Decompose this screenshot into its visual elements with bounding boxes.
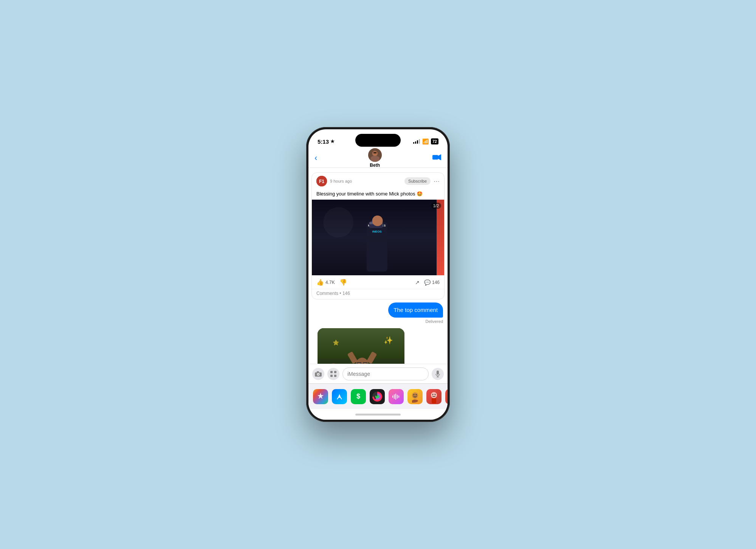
home-bar xyxy=(355,414,401,416)
time-display: 5:13 xyxy=(318,138,329,145)
outgoing-message-row: The top comment xyxy=(308,301,448,319)
svg-line-22 xyxy=(340,397,342,399)
svg-point-29 xyxy=(414,394,415,395)
app-icon-appstore[interactable] xyxy=(332,389,347,404)
card-image: MERCEDES INEOS 1/2 xyxy=(312,200,444,275)
delivered-status: Delivered xyxy=(308,319,448,325)
thumbsup-icon: 👍 xyxy=(316,279,324,286)
nav-contact[interactable]: Beth xyxy=(368,148,382,168)
thumbsdown-icon[interactable]: 👎 xyxy=(339,279,347,286)
card-time: 9 hours ago xyxy=(330,179,401,183)
battery-level: 72 xyxy=(432,139,437,144)
svg-rect-13 xyxy=(330,371,333,373)
card-footer: Comments • 146 xyxy=(312,289,444,299)
contact-name: Beth xyxy=(370,163,380,168)
status-icons: 📶 72 xyxy=(413,138,438,144)
share-icon[interactable]: ↗ xyxy=(415,279,420,285)
comment-icon: 💬 xyxy=(424,279,431,285)
svg-point-28 xyxy=(412,392,418,399)
gif-person-bg xyxy=(329,363,338,364)
driver-arms xyxy=(362,236,385,243)
svg-point-31 xyxy=(431,392,437,398)
svg-point-11 xyxy=(318,374,319,375)
gif-person-main xyxy=(355,358,369,364)
apps-button[interactable] xyxy=(327,368,339,380)
wifi-icon: 📶 xyxy=(422,138,429,144)
comments-count: 146 xyxy=(432,280,440,285)
shared-content-card: F1 9 hours ago Subscribe ⋯ Blessing your… xyxy=(311,172,445,299)
svg-point-2 xyxy=(370,156,380,162)
svg-rect-23 xyxy=(392,395,393,398)
signal-strength xyxy=(413,139,420,144)
svg-rect-5 xyxy=(432,155,438,160)
app-icon-cash[interactable]: $ xyxy=(351,389,366,404)
svg-rect-15 xyxy=(330,375,333,377)
battery-indicator: 72 xyxy=(431,138,438,144)
dynamic-island xyxy=(355,134,401,147)
card-meta: 9 hours ago xyxy=(330,179,401,183)
svg-rect-24 xyxy=(394,394,395,399)
microphone-button[interactable] xyxy=(432,368,444,380)
app-icon-activity[interactable] xyxy=(370,389,385,404)
home-indicator xyxy=(308,409,448,420)
driver-head xyxy=(372,216,383,226)
screen-content: ‹ Beth xyxy=(308,148,448,420)
app-icon-search[interactable] xyxy=(445,389,448,404)
svg-rect-16 xyxy=(334,375,336,377)
gif-image: ✨ ⭐ xyxy=(318,328,404,364)
signal-bar-1 xyxy=(413,142,414,144)
svg-text:F1: F1 xyxy=(319,179,324,184)
outgoing-bubble: The top comment xyxy=(388,302,443,318)
back-button[interactable]: ‹ xyxy=(314,153,317,163)
signal-bar-2 xyxy=(415,141,416,144)
card-description: Blessing your timeline with some Mick ph… xyxy=(312,189,444,200)
svg-point-33 xyxy=(435,394,436,395)
phone-frame: 5:13 ★ 📶 72 ‹ xyxy=(306,127,450,422)
more-options-icon[interactable]: ⋯ xyxy=(434,178,440,185)
svg-rect-26 xyxy=(397,395,398,399)
camera-button[interactable] xyxy=(312,368,324,380)
message-input[interactable] xyxy=(342,368,429,380)
svg-marker-6 xyxy=(438,154,441,160)
card-channel-avatar: F1 xyxy=(316,176,327,186)
signal-bar-4 xyxy=(419,139,420,144)
app-icon-bitmoji1[interactable] xyxy=(407,389,423,404)
driver-suit: MERCEDES INEOS xyxy=(367,222,387,271)
incoming-gif-row: ✨ ⭐ GIPHY via #images xyxy=(308,325,448,364)
svg-rect-12 xyxy=(317,371,319,373)
svg-rect-14 xyxy=(334,371,336,373)
app-icon-bitmoji2[interactable] xyxy=(426,389,442,404)
likes-group[interactable]: 👍 4.7K xyxy=(316,279,335,286)
status-time: 5:13 ★ xyxy=(318,138,335,145)
image-counter: 1/2 xyxy=(431,203,441,209)
star-icon: ★ xyxy=(330,139,335,144)
card-actions: 👍 4.7K 👎 ↗ 💬 146 xyxy=(312,275,444,289)
svg-point-32 xyxy=(432,394,434,395)
messages-container[interactable]: F1 9 hours ago Subscribe ⋯ Blessing your… xyxy=(308,168,448,364)
card-header: F1 9 hours ago Subscribe ⋯ xyxy=(312,173,444,189)
app-icon-photos[interactable] xyxy=(313,389,328,404)
image-red-stripe xyxy=(437,200,444,275)
app-icon-audio[interactable] xyxy=(389,389,404,404)
nav-bar: ‹ Beth xyxy=(308,148,448,168)
comments-group[interactable]: 💬 146 xyxy=(424,279,440,285)
contact-avatar xyxy=(368,148,382,162)
likes-count: 4.7K xyxy=(325,280,335,285)
svg-rect-25 xyxy=(395,394,396,400)
svg-point-4 xyxy=(375,152,376,154)
video-call-button[interactable] xyxy=(432,154,442,162)
svg-rect-27 xyxy=(398,395,399,398)
svg-line-21 xyxy=(337,397,339,399)
phone-screen: 5:13 ★ 📶 72 ‹ xyxy=(308,129,448,420)
svg-point-30 xyxy=(416,394,417,395)
svg-point-1 xyxy=(372,151,378,156)
gif-container: ✨ ⭐ xyxy=(318,328,404,364)
svg-point-3 xyxy=(373,152,375,154)
input-bar xyxy=(308,364,448,383)
svg-rect-17 xyxy=(437,371,439,375)
gif-wrapper: ✨ ⭐ GIPHY via #images xyxy=(313,327,409,364)
subscribe-button[interactable]: Subscribe xyxy=(404,177,431,185)
svg-rect-34 xyxy=(432,398,436,403)
activity-rings xyxy=(372,392,382,402)
app-icons-bar: $ xyxy=(308,383,448,409)
